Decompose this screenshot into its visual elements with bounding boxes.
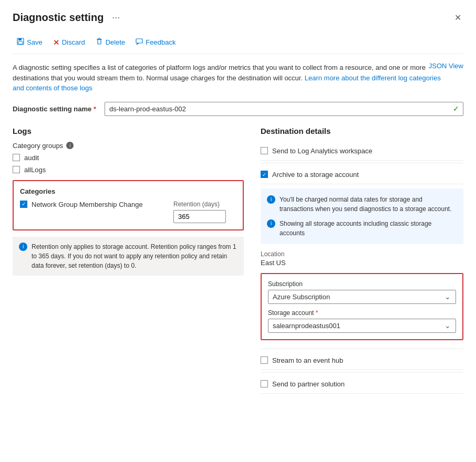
- input-valid-icon: ✓: [453, 104, 459, 113]
- alllogs-checkbox-item[interactable]: allLogs: [13, 166, 244, 174]
- network-group-category: Network Group Membership Change: [20, 201, 165, 208]
- partner-solution-checkbox[interactable]: [261, 380, 268, 387]
- close-icon: ✕: [454, 13, 461, 22]
- alllogs-checkbox[interactable]: [13, 166, 20, 173]
- archive-storage-checkbox[interactable]: [261, 171, 268, 178]
- network-group-label: Network Group Membership Change: [32, 201, 143, 208]
- categories-title: Categories: [20, 187, 236, 195]
- partner-solution-option: Send to partner solution: [261, 375, 463, 394]
- toolbar: Save ✕ Discard Delete Feedback: [13, 31, 463, 54]
- retention-input[interactable]: [173, 210, 226, 223]
- feedback-button[interactable]: Feedback: [131, 35, 180, 49]
- categories-box: Categories Network Group Membership Chan…: [13, 180, 244, 230]
- save-icon: [17, 38, 24, 47]
- feedback-label: Feedback: [146, 38, 175, 46]
- svg-rect-3: [98, 39, 101, 44]
- retention-info-text: Retention only applies to storage accoun…: [32, 242, 237, 270]
- subscription-select-wrapper: Azure Subscription: [268, 290, 456, 304]
- category-groups-info-icon[interactable]: i: [66, 142, 74, 149]
- audit-checkbox[interactable]: [13, 154, 20, 161]
- category-groups-label: Category groups: [13, 142, 63, 150]
- delete-button[interactable]: Delete: [91, 35, 130, 49]
- storage-info-text-2: Showing all storage accounts including c…: [280, 219, 457, 238]
- discard-label: Discard: [62, 38, 85, 46]
- event-hub-option: Stream to an event hub: [261, 351, 463, 370]
- discard-button[interactable]: ✕ Discard: [49, 36, 89, 49]
- required-star: *: [94, 105, 96, 113]
- log-analytics-label: Send to Log Analytics workspace: [272, 147, 372, 155]
- subscription-label: Subscription: [268, 280, 456, 288]
- svg-rect-1: [18, 38, 22, 40]
- log-analytics-checkbox[interactable]: [261, 147, 268, 154]
- two-column-layout: Logs Category groups i audit allLogs Cat…: [13, 127, 463, 394]
- storage-info-icon-1: i: [267, 195, 275, 204]
- json-view-link[interactable]: JSON View: [429, 62, 463, 70]
- save-label: Save: [27, 38, 43, 46]
- retention-info-icon: i: [19, 243, 27, 251]
- storage-info-box-1: i You'll be charged normal data rates fo…: [261, 188, 463, 244]
- feedback-icon: [136, 38, 143, 47]
- partner-solution-label: Send to partner solution: [272, 380, 345, 388]
- alllogs-label: allLogs: [24, 166, 46, 174]
- logs-section-title: Logs: [13, 127, 244, 135]
- subscription-storage-box: Subscription Azure Subscription Storage …: [261, 273, 463, 340]
- panel-title: Diagnostic setting: [13, 12, 104, 24]
- delete-label: Delete: [106, 38, 126, 46]
- retention-label: Retention (days): [173, 201, 236, 208]
- diagnostic-name-field: Diagnostic setting name * ✓: [13, 102, 463, 116]
- subscription-select[interactable]: Azure Subscription: [268, 290, 456, 304]
- delete-icon: [96, 38, 103, 47]
- subscription-field: Subscription Azure Subscription: [268, 280, 456, 304]
- retention-info-box: i Retention only applies to storage acco…: [13, 237, 244, 276]
- diagnostic-name-input-container: ✓: [105, 102, 463, 116]
- categories-row: Network Group Membership Change Retentio…: [20, 201, 236, 223]
- destination-section: Destination details Send to Log Analytic…: [261, 127, 463, 394]
- panel-menu-dots[interactable]: ···: [112, 12, 120, 23]
- network-group-checkbox[interactable]: [20, 201, 27, 208]
- discard-icon: ✕: [53, 38, 59, 47]
- description: A diagnostic setting specifies a list of…: [13, 62, 443, 93]
- storage-account-select-wrapper: salearnprodeastus001: [268, 319, 456, 333]
- category-groups-header: Category groups i: [13, 142, 244, 150]
- archive-storage-label: Archive to a storage account: [272, 171, 359, 178]
- storage-account-field: Storage account * salearnprodeastus001: [268, 309, 456, 333]
- svg-rect-5: [98, 38, 100, 39]
- event-hub-checkbox[interactable]: [261, 356, 268, 364]
- logs-section: Logs Category groups i audit allLogs Cat…: [13, 127, 244, 394]
- save-button[interactable]: Save: [13, 35, 47, 49]
- audit-label: audit: [24, 154, 39, 162]
- location-label: Location: [261, 250, 463, 258]
- storage-info-text-1: You'll be charged normal data rates for …: [280, 195, 457, 214]
- retention-column: Retention (days): [173, 201, 236, 223]
- diagnostic-name-input[interactable]: [105, 102, 463, 116]
- storage-info-icon-2: i: [267, 219, 275, 228]
- log-analytics-option: Send to Log Analytics workspace: [261, 142, 463, 161]
- destination-section-title: Destination details: [261, 127, 463, 135]
- close-button[interactable]: ✕: [452, 10, 463, 25]
- diagnostic-name-label: Diagnostic setting name *: [13, 105, 96, 113]
- storage-account-select[interactable]: salearnprodeastus001: [268, 319, 456, 333]
- svg-rect-2: [18, 41, 23, 44]
- archive-storage-option: Archive to a storage account: [261, 165, 463, 184]
- svg-rect-6: [136, 39, 142, 43]
- event-hub-label: Stream to an event hub: [272, 356, 343, 364]
- audit-checkbox-item[interactable]: audit: [13, 154, 244, 162]
- storage-account-required-star: *: [316, 309, 318, 317]
- storage-account-label: Storage account *: [268, 309, 456, 317]
- location-value: East US: [261, 259, 463, 267]
